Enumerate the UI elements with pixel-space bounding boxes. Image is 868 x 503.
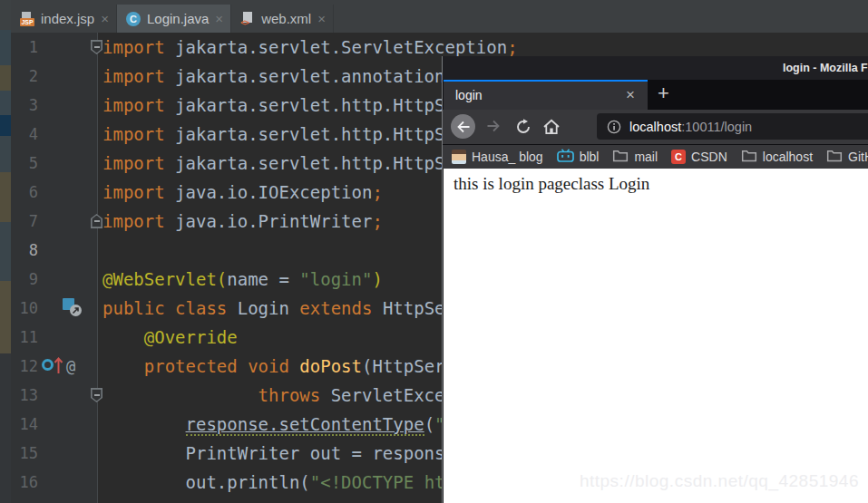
project-pane-row	[0, 65, 11, 91]
project-pane-row	[0, 172, 11, 222]
code-text[interactable]: import java.io.PrintWriter;	[102, 207, 383, 236]
bookmark-CSDN[interactable]: CCSDN	[671, 150, 727, 164]
bookmark-GitHub[interactable]: GitHub	[826, 150, 868, 165]
project-pane-row	[0, 281, 11, 353]
fold-marker-icon[interactable]	[91, 388, 102, 402]
editor-tab-bar: JSPindex.jsp×CLogin.java×<>web.xml×	[11, 0, 868, 33]
code-text[interactable]: @WebServlet(name = "login")	[102, 265, 383, 294]
fold-marker-icon[interactable]	[91, 214, 102, 228]
browser-tab-login[interactable]: login ×	[444, 80, 648, 110]
browser-nav-bar: localhost:10011/login	[443, 110, 868, 144]
bookmark-label: mail	[634, 150, 658, 164]
run-class-gutter-icon[interactable]	[63, 298, 84, 320]
page-body-text: this is login pageclass Login	[454, 174, 649, 194]
folder-icon	[826, 150, 843, 165]
project-pane-row	[0, 0, 11, 30]
bookmark-Hausa_-blog[interactable]: Hausa_ blog	[452, 150, 543, 164]
line-number: 8	[11, 236, 38, 265]
tab-close-icon[interactable]: ×	[317, 11, 326, 26]
project-pane-row	[0, 353, 11, 503]
project-pane-sliver[interactable]	[0, 0, 11, 503]
bookmark-mail[interactable]: mail	[612, 150, 658, 165]
editor-tab-index-jsp[interactable]: JSPindex.jsp×	[11, 5, 117, 33]
editor-tab-Login-java[interactable]: CLogin.java×	[117, 5, 231, 33]
jsp-file-icon: JSP	[20, 12, 34, 26]
project-pane-row	[0, 222, 11, 281]
editor-tab-label: web.xml	[261, 11, 311, 26]
bookmark-label: GitHub	[848, 150, 868, 164]
java-class-icon: C	[126, 12, 141, 26]
line-number: 11	[11, 323, 38, 352]
url-bar[interactable]: localhost:10011/login	[597, 113, 868, 140]
browser-tab-bar: login × +	[443, 80, 868, 110]
refresh-button[interactable]	[515, 119, 532, 139]
browser-title-bar: login - Mozilla Firefox	[443, 56, 868, 80]
back-button[interactable]	[451, 114, 475, 139]
project-pane-row	[0, 91, 11, 115]
bookmark-localhost[interactable]: localhost	[741, 150, 813, 165]
line-number: 15	[11, 439, 38, 468]
project-pane-row	[0, 136, 11, 172]
class-c-glyph: C	[126, 12, 141, 26]
bilibili-icon	[557, 149, 574, 165]
line-number: 10	[11, 294, 38, 323]
code-text[interactable]: @Override	[102, 323, 238, 352]
forward-arrow-icon	[486, 120, 501, 132]
code-text[interactable]: out.println("<html>");	[102, 497, 414, 503]
site-info-icon[interactable]	[607, 120, 621, 134]
tab-close-icon[interactable]: ×	[101, 11, 109, 26]
line-number: 12	[11, 352, 38, 381]
home-icon	[542, 119, 561, 135]
line-number: 13	[11, 381, 38, 410]
back-arrow-icon	[456, 121, 471, 133]
line-number: 16	[11, 468, 38, 497]
line-number: 5	[11, 149, 38, 178]
line-number: 6	[11, 178, 38, 207]
forward-button[interactable]	[486, 120, 501, 136]
bookmark-label: blbl	[580, 150, 600, 164]
project-pane-row	[0, 115, 11, 136]
browser-page-content: this is login pageclass Login https://bl…	[442, 169, 868, 503]
new-tab-button[interactable]: +	[658, 82, 669, 105]
browser-tab-label: login	[455, 88, 483, 102]
annotation-at-icon: @	[66, 352, 75, 381]
line-number: 2	[11, 62, 38, 91]
fold-marker-icon[interactable]	[91, 40, 102, 54]
window-title: login - Mozilla Firefox	[783, 62, 868, 74]
url-text: localhost:10011/login	[629, 120, 752, 134]
override-up-arrow-icon[interactable]	[54, 356, 63, 378]
editor-tab-label: Login.java	[147, 11, 209, 26]
home-button[interactable]	[542, 119, 561, 139]
line-number: 1	[11, 33, 38, 62]
bookmark-label: Hausa_ blog	[472, 150, 543, 164]
folder-icon	[612, 150, 629, 165]
line-number: 7	[11, 207, 38, 236]
line-number: 17	[11, 497, 38, 503]
code-text[interactable]: import java.io.IOException;	[102, 178, 383, 207]
navigate-arrow-icon	[70, 305, 82, 316]
line-number: 9	[11, 265, 38, 294]
bookmark-label: localhost	[763, 150, 813, 164]
jsp-badge: JSP	[20, 18, 34, 26]
bookmarks-bar: Hausa_ blogblblmailCCSDNlocalhostGitHub	[443, 144, 868, 169]
folder-icon	[741, 150, 757, 165]
refresh-icon	[515, 119, 532, 135]
line-number: 14	[11, 410, 38, 439]
project-pane-row	[0, 30, 11, 65]
editor-tab-label: index.jsp	[41, 11, 94, 26]
avatar-icon	[452, 150, 466, 164]
editor-tab-web-xml[interactable]: <>web.xml×	[231, 5, 334, 33]
bookmark-blbl[interactable]: blbl	[557, 149, 600, 165]
xml-file-icon: <>	[240, 12, 255, 26]
tab-close-icon[interactable]: ×	[626, 86, 635, 104]
overrides-method-icon[interactable]	[42, 359, 54, 371]
firefox-window: login - Mozilla Firefox login × + localh…	[442, 56, 868, 503]
csdn-logo-icon: C	[671, 150, 686, 164]
bookmark-label: CSDN	[691, 150, 727, 164]
xml-brackets-glyph: <>	[240, 18, 249, 27]
tab-close-icon[interactable]: ×	[215, 11, 223, 26]
csdn-watermark: https://blog.csdn.net/qq_42851946	[580, 471, 859, 491]
line-number: 3	[11, 91, 38, 120]
line-number: 4	[11, 120, 38, 149]
